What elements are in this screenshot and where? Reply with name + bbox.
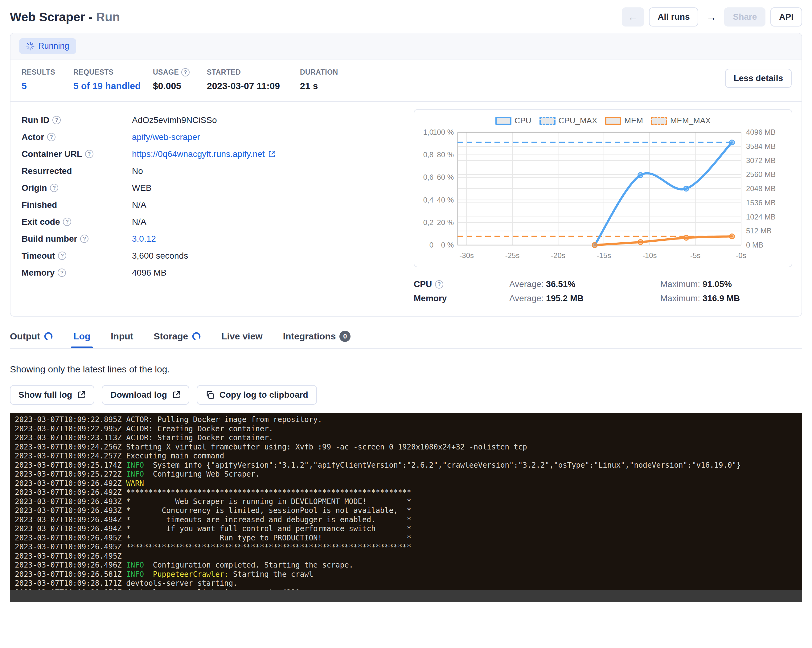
detail-label-text: Actor	[21, 132, 44, 142]
log-timestamp: 2023-03-07T10:09:24.256Z	[15, 443, 126, 451]
help-icon[interactable]: ?	[63, 218, 71, 226]
detail-value: AdOz5evimh9NCiSSo	[132, 115, 217, 125]
log-timestamp: 2023-03-07T10:09:22.995Z	[15, 424, 126, 433]
usage-summary-row-memory: MemoryAverage: 195.2 MBMaximum: 316.9 MB	[414, 291, 792, 305]
tab-count-badge: 0	[339, 331, 351, 342]
maximum-label: Maximum:	[660, 279, 700, 289]
all-runs-button[interactable]: All runs	[649, 8, 698, 26]
help-icon[interactable]: ?	[435, 280, 443, 288]
next-run-button[interactable]: →	[703, 8, 719, 26]
tab-output[interactable]: Output	[10, 331, 53, 348]
log-timestamp: 2023-03-07T10:09:26.495Z	[15, 543, 126, 551]
arrow-right-icon: →	[706, 12, 716, 22]
copy-log-label: Copy log to clipboard	[220, 390, 308, 400]
detail-value-link[interactable]: apify/web-scraper	[132, 132, 200, 142]
tabs-divider	[10, 348, 802, 349]
detail-value-link[interactable]: https://0q64wnacgyft.runs.apify.net	[132, 149, 265, 159]
tab-storage[interactable]: Storage	[154, 331, 201, 348]
legend-item-cpu_max[interactable]: CPU_MAX	[539, 116, 597, 125]
usage-metric-label: Memory	[414, 293, 447, 303]
svg-text:0 MB: 0 MB	[746, 241, 763, 249]
api-button[interactable]: API	[770, 8, 802, 26]
svg-text:0,6: 0,6	[423, 173, 433, 181]
log-timestamp: 2023-03-07T10:09:26.493Z	[15, 497, 126, 506]
average-value: 36.51%	[546, 279, 575, 289]
log-terminal[interactable]: 2023-03-07T10:09:22.895Z ACTOR: Pulling …	[10, 413, 802, 602]
stat-label: USAGE?	[153, 68, 207, 76]
maximum-value: 91.05%	[702, 279, 732, 289]
share-button[interactable]: Share	[724, 8, 765, 26]
legend-label: CPU	[514, 116, 531, 125]
detail-row: Origin?WEB	[21, 180, 400, 197]
detail-value-link[interactable]: 3.0.12	[132, 234, 156, 244]
svg-text:1024 MB: 1024 MB	[746, 213, 775, 221]
svg-text:-15s: -15s	[597, 251, 611, 259]
detail-label-text: Timeout	[21, 251, 55, 261]
maximum-value: 316.9 MB	[702, 293, 740, 303]
copy-log-button[interactable]: Copy log to clipboard	[197, 385, 317, 405]
stat-label-text: REQUESTS	[73, 68, 114, 76]
detail-label-text: Origin	[21, 183, 47, 193]
less-details-button[interactable]: Less details	[725, 69, 792, 88]
help-icon[interactable]: ?	[50, 184, 58, 192]
usage-metric-name: Memory	[414, 293, 509, 303]
usage-summary-row-cpu: CPU?Average: 36.51%Maximum: 91.05%	[414, 277, 792, 291]
legend-item-mem_max[interactable]: MEM_MAX	[651, 116, 711, 125]
download-log-button[interactable]: Download log	[102, 385, 189, 405]
resource-chart-card: CPUCPU_MAXMEMMEM_MAX 0 %020 %0,240 %0,46…	[414, 109, 792, 267]
log-level: INFO	[126, 470, 144, 479]
log-line: 2023-03-07T10:09:26.494Z * If you want f…	[15, 524, 802, 534]
log-note: Showing only the latest lines of the log…	[10, 364, 802, 375]
tab-input[interactable]: Input	[111, 331, 133, 348]
log-line: 2023-03-07T10:09:26.493Z * Web Scraper i…	[15, 497, 802, 506]
log-line: 2023-03-07T10:09:26.495Z	[15, 552, 802, 561]
stat-label: REQUESTS	[73, 68, 153, 76]
tab-label: Log	[73, 331, 90, 342]
tab-live-view[interactable]: Live view	[221, 331, 263, 348]
usage-maximum: Maximum: 91.05%	[660, 279, 732, 289]
detail-label: Origin?	[21, 183, 132, 193]
svg-text:3584 MB: 3584 MB	[746, 142, 775, 151]
log-timestamp: 2023-03-07T10:09:24.257Z	[15, 451, 126, 460]
topbar-actions: ← All runs → Share API	[622, 8, 802, 26]
stat-value[interactable]: 5	[21, 81, 73, 91]
tab-label: Live view	[221, 331, 263, 342]
help-icon[interactable]: ?	[58, 252, 66, 260]
log-level: WARN	[126, 479, 144, 488]
help-icon[interactable]: ?	[181, 68, 189, 76]
previous-run-button[interactable]: ←	[622, 8, 644, 26]
show-full-log-label: Show full log	[18, 390, 72, 400]
spinner-icon	[44, 332, 53, 341]
help-icon[interactable]: ?	[85, 150, 93, 158]
stat-label: RESULTS	[21, 68, 73, 76]
log-line: 2023-03-07T10:09:23.113Z ACTOR: Starting…	[15, 433, 802, 443]
resource-usage-chart: 0 %020 %0,240 %0,460 %0,680 %0,8100 %1,0…	[418, 128, 787, 264]
help-icon[interactable]: ?	[47, 133, 55, 141]
tab-log[interactable]: Log	[73, 331, 90, 348]
page-title-primary: Web Scraper -	[10, 10, 93, 24]
detail-row: Container URL?https://0q64wnacgyft.runs.…	[21, 145, 400, 162]
horizontal-scrollbar[interactable]	[10, 590, 802, 602]
stat-value[interactable]: 5 of 19 handled	[73, 81, 153, 91]
log-timestamp: 2023-03-07T10:09:26.494Z	[15, 524, 126, 533]
log-line: 2023-03-07T10:09:26.495Z ***************…	[15, 543, 802, 552]
help-icon[interactable]: ?	[80, 235, 89, 243]
detail-value: https://0q64wnacgyft.runs.apify.net	[132, 149, 276, 159]
legend-item-mem[interactable]: MEM	[605, 116, 643, 125]
usage-metric-name: CPU?	[414, 279, 509, 289]
help-icon[interactable]: ?	[58, 268, 66, 277]
show-full-log-button[interactable]: Show full log	[10, 385, 94, 405]
svg-text:0 %: 0 %	[441, 241, 454, 249]
tab-integrations[interactable]: Integrations0	[283, 331, 351, 348]
legend-item-cpu[interactable]: CPU	[495, 116, 531, 125]
log-actions: Show full log Download log Copy log to c…	[10, 385, 802, 405]
help-icon[interactable]: ?	[52, 116, 61, 124]
less-details-label: Less details	[734, 73, 783, 83]
legend-swatch-icon	[605, 117, 621, 125]
svg-text:0,8: 0,8	[423, 151, 433, 159]
detail-label: Actor?	[21, 132, 132, 142]
tab-label: Output	[10, 331, 40, 342]
status-strip: Running	[11, 33, 801, 59]
stat-value: 2023-03-07 11:09	[207, 81, 300, 91]
share-label: Share	[733, 12, 757, 22]
